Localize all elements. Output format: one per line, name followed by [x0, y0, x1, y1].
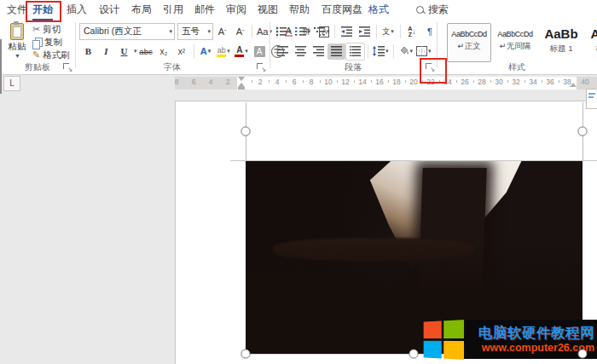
resize-handle-bottom-right[interactable] — [578, 350, 588, 359]
ruler-number: 38 — [563, 78, 571, 86]
numbering-button[interactable]: ▾ — [293, 24, 313, 40]
line-spacing-button[interactable]: ▾ — [371, 43, 391, 60]
tab-file[interactable]: 文件 — [7, 0, 27, 19]
ruler-tick — [286, 80, 287, 83]
ruler-number: 26 — [461, 78, 468, 86]
align-right-icon — [313, 46, 324, 56]
group-paragraph: ▾ ▾ ▾ 文▾ AZ ↓ ¶ — [270, 20, 437, 74]
ruler-number: 28 — [478, 78, 485, 86]
italic-button[interactable]: I — [97, 43, 115, 60]
paste-button[interactable]: 粘贴 ▼ — [4, 22, 30, 63]
style-no-spacing[interactable]: AaBbCcDd ↵无间隔 — [493, 23, 537, 62]
distribute-icon — [350, 46, 361, 56]
increase-indent-icon — [359, 26, 370, 37]
align-right-button[interactable] — [310, 43, 327, 60]
tab-insert[interactable]: 插入 — [67, 0, 87, 19]
ruler-number: 34 — [529, 78, 536, 86]
selection-guide-top — [230, 160, 597, 161]
styles-group-label: 样式 — [437, 61, 597, 73]
ruler-tick — [559, 80, 559, 83]
resize-handle-bottom-middle[interactable] — [409, 350, 419, 359]
search-box[interactable]: 搜索 — [416, 0, 449, 19]
decrease-indent-button[interactable] — [338, 24, 356, 40]
tab-view[interactable]: 视图 — [258, 0, 278, 19]
clipboard-dialog-launcher[interactable]: ↘ — [62, 62, 72, 72]
grow-font-button[interactable]: Aˆ — [213, 24, 231, 40]
group-styles: AaBbCcDd ↵正文 AaBbCcDd ↵无间隔 AaBb 标题 1 AaB… — [437, 20, 597, 74]
highlight-color-button[interactable]: ab▾ — [215, 43, 233, 60]
align-left-button[interactable] — [274, 43, 292, 60]
strikethrough-button[interactable]: abc — [137, 43, 155, 60]
site-watermark: 电脑软硬件教程网 www.computer26.com — [415, 317, 597, 361]
ruler-number: 36 — [546, 78, 554, 86]
bullets-button[interactable]: ▾ — [274, 24, 293, 40]
ruler-tick — [303, 80, 304, 83]
font-group-label: 字体 — [75, 61, 270, 73]
tab-picture-format[interactable]: 格式 — [368, 0, 389, 19]
ruler-tick — [405, 80, 406, 83]
increase-indent-button[interactable] — [356, 24, 374, 40]
tab-home[interactable]: 开始 — [32, 0, 53, 21]
chevron-down-icon[interactable]: ▾ — [134, 48, 137, 55]
resize-handle-bottom-left[interactable] — [241, 350, 251, 359]
bullet-list-icon — [275, 26, 287, 37]
tab-design[interactable]: 设计 — [99, 0, 119, 19]
font-name-combo[interactable]: Calibri (西文正 ▾ — [79, 23, 175, 40]
font-size-combo[interactable]: 五号 ▾ — [177, 23, 213, 40]
cut-button[interactable]: ✂ 剪切 — [32, 23, 75, 36]
ruler-tick — [542, 80, 542, 83]
character-shading-button[interactable]: A — [251, 43, 269, 60]
borders-button[interactable]: ▾ — [414, 43, 433, 60]
search-icon — [416, 6, 424, 14]
resize-handle-top-left[interactable] — [241, 127, 251, 136]
underline-button[interactable]: U — [115, 43, 133, 60]
tab-references[interactable]: 引用 — [163, 0, 183, 19]
first-line-indent-marker[interactable] — [238, 77, 245, 81]
group-font: Calibri (西文正 ▾ 五号 ▾ Aˆ Aˇ Aa▾ A 拼 A B I — [75, 20, 270, 74]
text-effects-button[interactable]: A▾ — [197, 43, 215, 60]
multilevel-list-button[interactable]: ▾ — [312, 24, 332, 40]
ruler-tick — [439, 80, 440, 83]
paste-icon — [10, 22, 24, 39]
style-heading1[interactable]: AaBb 标题 1 — [539, 23, 583, 62]
align-center-button[interactable] — [292, 43, 310, 60]
distribute-button[interactable] — [345, 43, 365, 61]
format-painter-button[interactable]: ✎ 格式刷 — [32, 49, 75, 61]
tab-baidu-netdisk[interactable]: 百度网盘 — [322, 0, 362, 19]
chevron-down-icon: ▼ — [5, 53, 30, 59]
shrink-font-button[interactable]: Aˇ — [231, 24, 249, 40]
tab-mailings[interactable]: 邮件 — [194, 0, 215, 19]
superscript-button[interactable]: x² — [173, 43, 191, 60]
justify-button[interactable] — [327, 43, 345, 60]
ruler-tick — [422, 80, 423, 83]
ruler-tick — [456, 80, 457, 83]
shading-button[interactable]: ▾ — [397, 43, 415, 60]
ruler-tick — [525, 80, 525, 83]
style-normal[interactable]: AaBbCcDd ↵正文 — [447, 23, 491, 62]
tab-help[interactable]: 帮助 — [289, 0, 310, 19]
justify-icon — [331, 46, 342, 56]
style-heading2[interactable]: AaBb 标题 2 — [585, 23, 597, 62]
asian-layout-button[interactable]: 文▾ — [380, 24, 397, 40]
font-dialog-launcher[interactable]: ↘ — [256, 62, 266, 72]
ruler-number: 14 — [358, 78, 366, 86]
left-indent-marker[interactable] — [238, 87, 245, 90]
sort-button[interactable]: AZ ↓ — [403, 24, 421, 40]
subscript-button[interactable]: x₂ — [155, 43, 173, 60]
bold-button[interactable]: B — [79, 43, 97, 60]
ruler-tick — [490, 80, 491, 83]
ruler-number: 20 — [409, 78, 417, 86]
resize-handle-top-right[interactable] — [578, 127, 588, 136]
scissors-icon: ✂ — [32, 25, 40, 34]
font-color-button[interactable]: A▾ — [233, 43, 251, 60]
tab-review[interactable]: 审阅 — [226, 0, 246, 19]
tab-layout[interactable]: 布局 — [131, 0, 152, 19]
search-label: 搜索 — [428, 3, 449, 17]
ruler-number: 32 — [512, 78, 519, 86]
paragraph-dialog-launcher[interactable]: ↘ — [425, 62, 435, 72]
ruler-tick — [320, 80, 321, 83]
mini-document-icon[interactable] — [586, 89, 597, 109]
tab-stop-selector[interactable]: L — [3, 76, 20, 91]
copy-button[interactable]: 复制 — [32, 36, 75, 49]
ruler-tick — [507, 80, 508, 83]
